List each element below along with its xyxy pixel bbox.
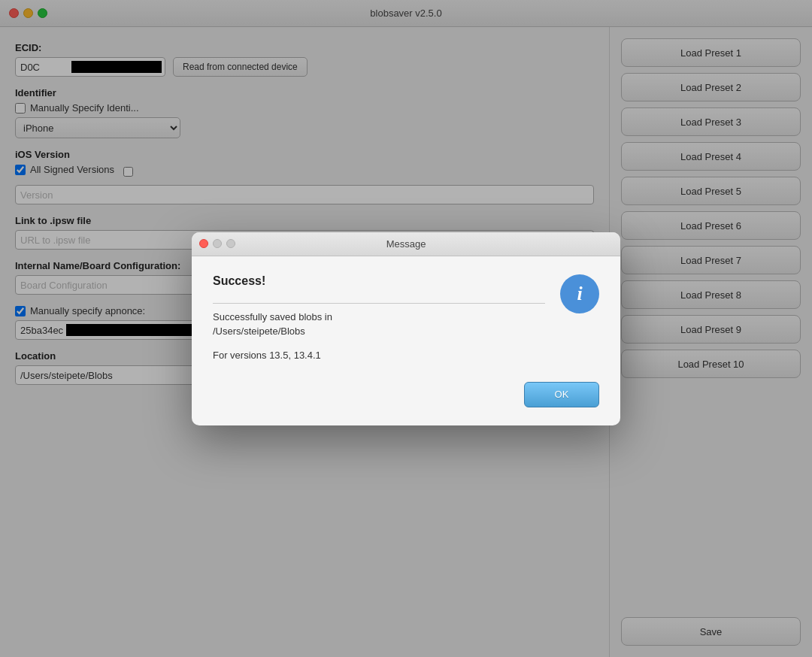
modal-success-title: Success! [213,274,545,288]
modal-overlay: Message Success! Successfully saved blob… [0,0,812,657]
modal-body: Success! Successfully saved blobs in /Us… [192,256,620,382]
modal-footer: OK [192,382,620,425]
modal-info-icon: i [560,274,599,313]
modal-versions: For versions 13.5, 13.4.1 [213,350,545,361]
modal-minimize-button[interactable] [213,239,222,248]
modal-message-line1: Successfully saved blobs in [213,311,332,322]
modal-traffic-lights [199,239,235,248]
modal-message: Successfully saved blobs in /Users/steip… [213,310,545,339]
ok-button[interactable]: OK [524,382,599,407]
modal-text-area: Success! Successfully saved blobs in /Us… [213,274,545,361]
modal-message-line2: /Users/steipete/Blobs [213,325,305,337]
modal-titlebar: Message [192,232,620,256]
modal-separator [213,303,545,304]
modal-maximize-button[interactable] [226,239,235,248]
modal-window: Message Success! Successfully saved blob… [192,232,620,425]
modal-title: Message [199,238,613,250]
info-letter: i [577,283,582,305]
modal-close-button[interactable] [199,239,208,248]
